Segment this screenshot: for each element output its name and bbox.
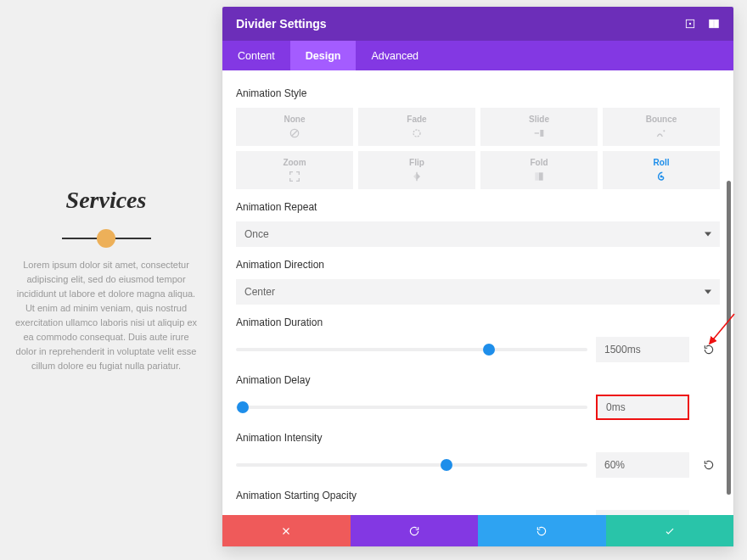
svg-line-5 — [292, 130, 298, 136]
settings-modal: Divider Settings Content Design Advanced… — [222, 7, 733, 546]
style-label: Zoom — [283, 158, 306, 167]
caret-down-icon — [705, 290, 711, 294]
preview-paragraph: Lorem ipsum dolor sit amet, consectetur … — [8, 258, 204, 373]
select-value: Center — [244, 286, 275, 298]
style-bounce[interactable]: Bounce — [603, 108, 720, 146]
modal-body: Animation Style None Fade Slide Bounce Z… — [222, 70, 733, 515]
style-label: Fade — [407, 115, 426, 124]
svg-rect-9 — [535, 172, 539, 180]
label-animation-duration: Animation Duration — [236, 316, 720, 328]
preview-divider-dot — [97, 229, 115, 248]
style-label: None — [284, 115, 306, 124]
select-value: Once — [244, 228, 269, 240]
modal-title: Divider Settings — [236, 17, 672, 31]
columns-icon[interactable] — [708, 18, 720, 30]
reset-duration-button[interactable] — [698, 339, 720, 361]
ban-icon — [288, 126, 301, 140]
animation-repeat-select[interactable]: Once — [236, 221, 720, 247]
label-animation-direction: Animation Direction — [236, 259, 720, 271]
undo-button[interactable] — [351, 515, 479, 546]
check-icon — [664, 525, 676, 537]
cancel-button[interactable] — [222, 515, 351, 546]
animation-delay-value[interactable]: 0ms — [596, 395, 689, 420]
flip-icon — [410, 170, 424, 183]
style-fold[interactable]: Fold — [480, 151, 598, 189]
label-animation-repeat: Animation Repeat — [236, 201, 720, 213]
preview-heading: Services — [66, 187, 147, 214]
label-animation-style: Animation Style — [236, 87, 720, 99]
reset-intensity-button[interactable] — [698, 454, 720, 476]
redo-icon — [536, 525, 548, 537]
redo-button[interactable] — [478, 515, 606, 546]
tab-design[interactable]: Design — [290, 41, 357, 70]
animation-duration-value[interactable]: 1500ms — [596, 337, 689, 362]
style-none[interactable]: None — [236, 108, 353, 146]
animation-direction-select[interactable]: Center — [236, 279, 720, 305]
save-button[interactable] — [606, 515, 734, 546]
slider-thumb[interactable] — [441, 459, 452, 471]
fold-icon — [532, 170, 546, 183]
modal-header: Divider Settings — [222, 7, 733, 41]
modal-footer — [222, 515, 733, 546]
style-slide[interactable]: Slide — [480, 108, 598, 146]
slide-icon — [532, 126, 546, 140]
slider-thumb[interactable] — [237, 401, 249, 413]
style-label: Fold — [530, 158, 548, 167]
svg-point-8 — [663, 130, 665, 132]
animation-intensity-value[interactable]: 60% — [596, 452, 689, 478]
roll-icon — [654, 170, 668, 183]
slider-thumb[interactable] — [483, 344, 495, 356]
svg-rect-3 — [715, 20, 719, 27]
tab-content[interactable]: Content — [222, 41, 290, 70]
fade-icon — [410, 126, 424, 140]
preview-divider — [62, 238, 151, 239]
bounce-icon — [654, 126, 668, 140]
style-label: Bounce — [646, 115, 677, 124]
animation-intensity-slider[interactable] — [236, 463, 587, 467]
caret-down-icon — [705, 232, 711, 237]
style-label: Flip — [409, 158, 424, 167]
style-zoom[interactable]: Zoom — [236, 151, 353, 189]
animation-duration-slider[interactable] — [236, 348, 587, 351]
expand-icon[interactable] — [684, 18, 696, 30]
style-flip[interactable]: Flip — [358, 151, 475, 189]
label-animation-delay: Animation Delay — [236, 374, 720, 386]
svg-point-6 — [413, 130, 420, 137]
animation-delay-slider[interactable] — [236, 406, 587, 409]
svg-rect-2 — [710, 20, 714, 27]
svg-point-1 — [689, 23, 691, 25]
animation-opacity-value[interactable]: 0% — [596, 510, 689, 515]
page-preview: Services Lorem ipsum dolor sit amet, con… — [0, 0, 212, 560]
style-fade[interactable]: Fade — [358, 108, 475, 146]
style-label: Roll — [654, 158, 670, 167]
modal-tabs: Content Design Advanced — [222, 41, 733, 70]
label-animation-starting-opacity: Animation Starting Opacity — [236, 490, 720, 501]
undo-icon — [408, 525, 420, 537]
close-icon — [280, 525, 292, 537]
tab-advanced[interactable]: Advanced — [356, 41, 434, 70]
animation-style-grid: None Fade Slide Bounce Zoom Flip — [236, 108, 720, 189]
style-roll[interactable]: Roll — [603, 151, 720, 189]
style-label: Slide — [529, 115, 549, 124]
svg-rect-10 — [539, 172, 543, 180]
zoom-icon — [288, 170, 301, 183]
scrollbar[interactable] — [727, 181, 731, 495]
svg-rect-7 — [540, 130, 543, 137]
label-animation-intensity: Animation Intensity — [236, 432, 720, 444]
